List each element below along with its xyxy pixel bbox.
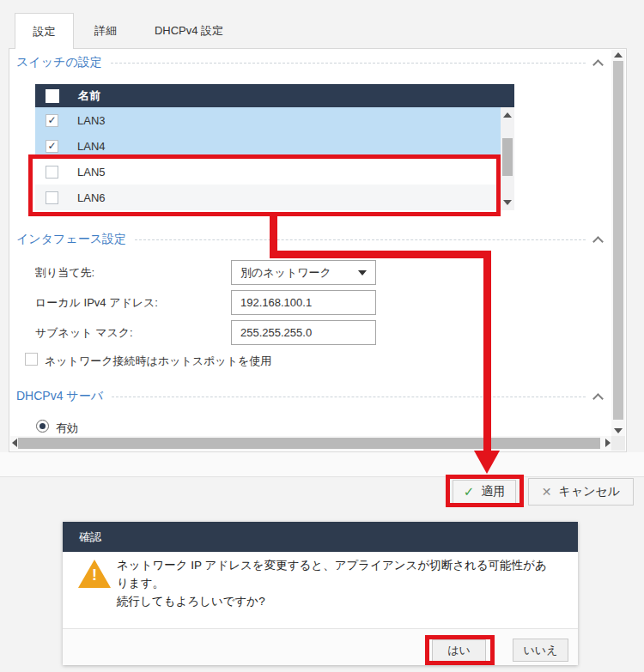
scroll-right-icon[interactable]	[605, 439, 611, 447]
message-line-2: 続行してもよろしいですか?	[117, 592, 556, 610]
message-line-1: ネットワーク IP アドレスを変更すると、アプライアンスが切断される可能性があり…	[117, 556, 556, 592]
scroll-left-icon[interactable]	[12, 439, 17, 447]
switch-settings-section-header: スイッチの設定	[16, 55, 602, 70]
scroll-up-icon[interactable]	[503, 112, 512, 118]
check-icon: ✓	[47, 141, 56, 151]
dhcpv4-server-title: DHCPv4 サーバ	[16, 389, 103, 404]
section-divider	[112, 397, 586, 397]
hotspot-checkbox-label: ネットワーク接続時はホットスポットを使用	[45, 354, 271, 369]
interface-settings-section-header: インタフェース設定	[16, 232, 602, 247]
lan3-label: LAN3	[77, 114, 106, 127]
dhcp-enabled-radio[interactable]	[36, 420, 49, 433]
tab-details[interactable]: 詳細	[82, 13, 129, 49]
annotation-arrowhead	[474, 451, 500, 474]
cancel-button-label: キャンセル	[559, 484, 621, 499]
no-button[interactable]: いいえ	[513, 639, 568, 662]
table-scrollbar-thumb[interactable]	[502, 138, 513, 176]
switch-settings-title: スイッチの設定	[16, 55, 102, 70]
vertical-scrollbar[interactable]	[611, 50, 625, 437]
assign-to-value: 別のネットワーク	[240, 265, 331, 281]
warning-icon: !	[78, 560, 111, 588]
local-ipv4-value: 192.168.100.1	[240, 296, 312, 309]
select-all-checkbox[interactable]	[46, 89, 59, 103]
assign-to-label: 割り当て先:	[35, 265, 94, 281]
table-scrollbar[interactable]	[501, 107, 514, 210]
confirm-dialog-footer: はい いいえ	[63, 628, 578, 665]
confirm-dialog-title: 確認	[79, 530, 101, 545]
annotation-arrow-stub	[270, 215, 277, 255]
scroll-down-icon[interactable]	[614, 428, 623, 433]
name-column-header: 名前	[78, 88, 100, 104]
annotation-box-apply	[446, 475, 524, 507]
annotation-box-lan5-lan6	[28, 154, 501, 216]
table-row-lan3[interactable]: ✓ LAN3	[35, 107, 501, 133]
tab-settings[interactable]: 設定	[15, 13, 74, 49]
tab-dhcpv4-settings[interactable]: DHCPv4 設定	[137, 13, 240, 49]
radio-dot	[39, 423, 46, 429]
cancel-button[interactable]: ✕ キャンセル	[528, 478, 634, 506]
lan4-label: LAN4	[77, 140, 106, 153]
local-ipv4-input[interactable]: 192.168.100.1	[231, 290, 376, 315]
local-ipv4-label: ローカル IPv4 アドレス:	[35, 295, 158, 311]
subnet-mask-label: サブネット マスク:	[35, 325, 133, 341]
scroll-up-icon[interactable]	[614, 52, 623, 58]
chevron-down-icon	[358, 270, 367, 275]
collapse-chevron-up-icon[interactable]	[592, 393, 604, 404]
vertical-scrollbar-thumb[interactable]	[613, 61, 623, 420]
section-divider	[135, 239, 586, 240]
horizontal-scrollbar-thumb[interactable]	[18, 438, 600, 449]
network-settings-window: 設定 詳細 DHCPv4 設定 スイッチの設定 名前 ✓ LAN3 ✓ LAN	[0, 0, 644, 672]
confirm-dialog-message: ネットワーク IP アドレスを変更すると、アプライアンスが切断される可能性があり…	[117, 556, 556, 610]
check-icon: ✓	[47, 115, 56, 125]
switch-table-header-row: 名前	[35, 84, 514, 107]
collapse-chevron-up-icon[interactable]	[592, 59, 604, 70]
confirm-dialog-titlebar: 確認	[63, 522, 578, 552]
tab-settings-label: 設定	[33, 24, 56, 39]
footer-upper-strip	[0, 452, 644, 477]
annotation-arrow-vertical	[483, 255, 491, 451]
interface-settings-title: インタフェース設定	[16, 232, 126, 247]
scrollbar-corner	[611, 436, 625, 451]
lan4-checkbox[interactable]: ✓	[46, 140, 58, 153]
cross-icon: ✕	[542, 485, 552, 499]
hotspot-checkbox[interactable]	[25, 353, 38, 366]
assign-to-dropdown[interactable]: 別のネットワーク	[231, 260, 376, 285]
tab-details-label: 詳細	[94, 23, 117, 39]
confirm-dialog: 確認 ! ネットワーク IP アドレスを変更すると、アプライアンスが切断される可…	[63, 522, 578, 665]
annotation-arrow-horizontal	[270, 251, 491, 258]
subnet-mask-value: 255.255.255.0	[240, 326, 312, 339]
no-button-label: いいえ	[524, 643, 558, 658]
dhcp-enabled-label: 有効	[56, 421, 78, 436]
exclamation-glyph: !	[78, 566, 111, 584]
tab-dhcpv4-settings-label: DHCPv4 設定	[155, 23, 223, 39]
annotation-box-yes	[425, 635, 495, 665]
lan3-checkbox[interactable]: ✓	[46, 114, 58, 127]
collapse-chevron-up-icon[interactable]	[592, 236, 604, 247]
dhcpv4-server-section-header: DHCPv4 サーバ	[16, 389, 602, 404]
subnet-mask-input[interactable]: 255.255.255.0	[231, 320, 376, 345]
scroll-down-icon[interactable]	[503, 200, 512, 205]
section-divider	[111, 63, 586, 64]
horizontal-scrollbar[interactable]	[10, 436, 612, 451]
